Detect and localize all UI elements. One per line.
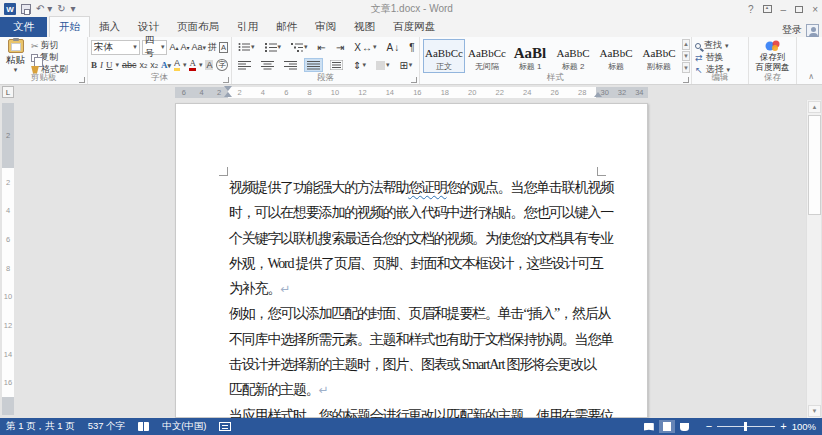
superscript-button[interactable]: x2: [150, 60, 158, 70]
replace-button[interactable]: ⇄替换: [695, 52, 745, 63]
doc-line[interactable]: 个关键字以联机搜索最适合您的文档的视频。为使您的文档具有专业: [229, 226, 611, 251]
text-highlight-button[interactable]: A: [174, 59, 180, 71]
read-mode-button[interactable]: [641, 420, 657, 433]
font-name-combobox[interactable]: 宋体▾: [91, 40, 140, 55]
doc-line[interactable]: 匹配新的主题。↵: [229, 377, 611, 402]
paragraph-dialog-launcher-icon[interactable]: [411, 77, 417, 83]
cut-button[interactable]: ✂剪切: [31, 40, 68, 51]
zoom-in-button[interactable]: +: [780, 421, 786, 432]
doc-line[interactable]: 外观，Word 提供了页眉、页脚、封面和文本框设计，这些设计可互: [229, 251, 611, 276]
input-mode-icon[interactable]: [219, 422, 231, 431]
shrink-font-button[interactable]: A▾: [180, 42, 189, 52]
save-icon[interactable]: [21, 4, 31, 14]
style-heading2[interactable]: AaBbC标题 2: [552, 39, 594, 73]
change-case-button[interactable]: Aa▾: [191, 42, 206, 52]
minimize-icon[interactable]: –: [781, 4, 787, 15]
font-color-button[interactable]: A: [189, 59, 196, 71]
style-subtitle[interactable]: AaBbC副标题: [638, 39, 680, 73]
italic-button[interactable]: I: [100, 60, 103, 70]
increase-indent-button[interactable]: ⇥: [333, 40, 347, 55]
scroll-down-icon[interactable]: ▼: [808, 405, 821, 417]
style-no-spacing[interactable]: AaBbCc无间隔: [466, 39, 508, 73]
tab-home[interactable]: 开始: [49, 16, 90, 37]
redo-icon[interactable]: ↻: [57, 4, 65, 14]
maximize-icon[interactable]: [795, 6, 803, 13]
styles-dialog-launcher-icon[interactable]: [683, 77, 689, 83]
grow-font-button[interactable]: A▴: [169, 42, 178, 52]
borders-button[interactable]: ⊞▾: [396, 58, 415, 73]
sign-in[interactable]: 登录: [782, 23, 822, 37]
show-hide-marks-button[interactable]: ¶: [406, 40, 417, 55]
word-count[interactable]: 537 个字: [88, 420, 126, 433]
font-size-combobox[interactable]: 四号▾: [142, 40, 168, 55]
tab-view[interactable]: 视图: [345, 17, 384, 37]
font-dialog-launcher-icon[interactable]: [223, 77, 229, 83]
asian-layout-button[interactable]: X↔▾: [351, 40, 379, 55]
distribute-button[interactable]: [327, 58, 346, 72]
multilevel-list-button[interactable]: ▾: [288, 40, 311, 54]
ribbon-display-options-icon[interactable]: ▴: [763, 5, 772, 13]
hanging-indent-marker[interactable]: [224, 92, 232, 97]
numbering-button[interactable]: ▾: [262, 40, 285, 54]
align-right-button[interactable]: [281, 58, 300, 72]
tab-file[interactable]: 文件: [0, 17, 47, 37]
paste-button[interactable]: 粘贴 ▾: [3, 39, 28, 73]
scroll-up-icon[interactable]: ▲: [808, 101, 821, 113]
tab-references[interactable]: 引用: [228, 17, 267, 37]
styles-scroll-up-icon[interactable]: ▲: [682, 39, 690, 50]
document-page[interactable]: 视频提供了功能强大的方法帮助您证明您的观点。当您单击联机视频时，可以在想要添加的…: [175, 103, 648, 418]
doc-line[interactable]: 不同库中选择所需元素。主题和样式也有助于文档保持协调。当您单: [229, 327, 611, 352]
style-heading1[interactable]: AaBl标题 1: [509, 39, 551, 73]
right-indent-marker[interactable]: [594, 92, 602, 97]
strikethrough-button[interactable]: abc: [122, 60, 137, 70]
proofing-status-icon[interactable]: [138, 422, 149, 431]
underline-dropdown-icon[interactable]: ▾: [115, 62, 119, 68]
scrollbar-thumb[interactable]: [808, 115, 821, 215]
language-indicator[interactable]: 中文(中国): [162, 420, 206, 433]
character-shading-button[interactable]: A: [205, 60, 213, 70]
character-border-button[interactable]: A: [219, 42, 228, 53]
doc-line[interactable]: 当应用样式时，您的标题会进行更改以匹配新的主题。使用在需要位: [229, 403, 611, 418]
doc-line[interactable]: 为补充。↵: [229, 276, 611, 301]
tab-stop-selector[interactable]: L: [2, 86, 14, 98]
highlight-dropdown-icon[interactable]: ▾: [183, 62, 187, 68]
tab-layout[interactable]: 页面布局: [168, 17, 228, 37]
tab-insert[interactable]: 插入: [90, 17, 129, 37]
style-title[interactable]: AaBbC标题: [595, 39, 637, 73]
print-layout-button[interactable]: [659, 420, 675, 433]
vertical-scrollbar[interactable]: ▲ ▼: [806, 100, 821, 418]
zoom-out-button[interactable]: −: [706, 421, 712, 432]
phonetic-guide-button[interactable]: 拼: [208, 41, 217, 54]
align-left-button[interactable]: [235, 58, 254, 72]
zoom-level[interactable]: 100%: [792, 421, 816, 432]
doc-line[interactable]: 视频提供了功能强大的方法帮助您证明您的观点。当您单击联机视频: [229, 175, 611, 200]
doc-line[interactable]: 击设计并选择新的主题时，图片、图表或 SmartArt 图形将会更改以: [229, 352, 611, 377]
bullets-button[interactable]: ▾: [235, 40, 258, 54]
collapse-ribbon-icon[interactable]: ∧: [808, 72, 814, 81]
tab-baidu-netdisk[interactable]: 百度网盘: [384, 17, 444, 37]
undo-icon[interactable]: ↶ ▾: [36, 4, 52, 14]
zoom-slider[interactable]: [717, 426, 775, 427]
align-center-button[interactable]: [258, 58, 277, 72]
help-icon[interactable]: ?: [748, 4, 754, 15]
underline-button[interactable]: U: [106, 60, 113, 70]
text-effects-button[interactable]: A▾: [161, 60, 171, 70]
enclose-characters-button[interactable]: 字: [216, 59, 228, 71]
sort-button[interactable]: A↓: [384, 40, 403, 55]
tab-review[interactable]: 审阅: [306, 17, 345, 37]
page-indicator[interactable]: 第 1 页，共 1 页: [6, 420, 75, 433]
font-color-dropdown-icon[interactable]: ▾: [199, 62, 203, 68]
zoom-slider-thumb[interactable]: [744, 422, 747, 431]
line-spacing-button[interactable]: ⇕▾: [350, 58, 369, 73]
shading-button[interactable]: ▾: [373, 59, 393, 72]
style-body[interactable]: AaBbCc正文: [423, 39, 465, 73]
find-button[interactable]: 查找▾: [695, 40, 745, 51]
document-text[interactable]: 视频提供了功能强大的方法帮助您证明您的观点。当您单击联机视频时，可以在想要添加的…: [229, 175, 611, 418]
doc-line[interactable]: 例如，您可以添加匹配的封面、页眉和提要栏。单击“插入”，然后从: [229, 301, 611, 326]
justify-button[interactable]: [304, 58, 323, 72]
clipboard-dialog-launcher-icon[interactable]: [79, 77, 85, 83]
copy-button[interactable]: 复制: [31, 52, 68, 63]
web-layout-button[interactable]: [677, 420, 693, 433]
decrease-indent-button[interactable]: ⇤: [315, 40, 329, 55]
bold-button[interactable]: B: [91, 60, 97, 70]
